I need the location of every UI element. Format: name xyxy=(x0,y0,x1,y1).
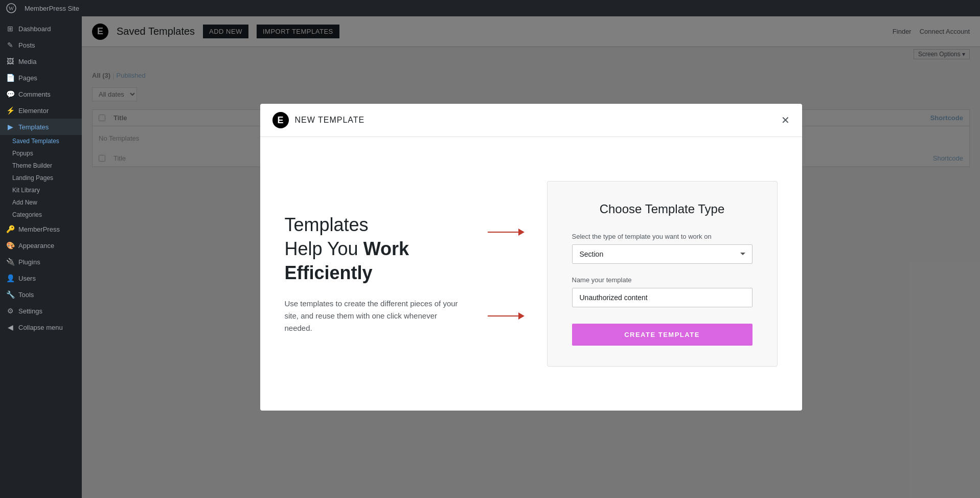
template-type-group: Select the type of template you want to … xyxy=(572,233,753,264)
sidebar-item-plugins[interactable]: 🔌 Plugins xyxy=(0,254,82,270)
modal-overlay: E NEW TEMPLATE ✕ TemplatesHelp You WorkE… xyxy=(82,16,980,498)
sidebar-item-users[interactable]: 👤 Users xyxy=(0,270,82,286)
template-name-input[interactable] xyxy=(572,288,753,307)
template-name-label: Name your template xyxy=(572,276,753,284)
elementor-icon: ⚡ xyxy=(6,106,14,115)
new-template-modal: E NEW TEMPLATE ✕ TemplatesHelp You WorkE… xyxy=(260,104,802,411)
sidebar-item-comments[interactable]: 💬 Comments xyxy=(0,86,82,102)
comments-icon: 💬 xyxy=(6,90,14,98)
collapse-icon: ◀ xyxy=(6,323,14,331)
dashboard-icon: ⊞ xyxy=(6,25,14,33)
sidebar-item-popups[interactable]: Popups xyxy=(0,147,82,160)
main-layout: ⊞ Dashboard ✎ Posts 🖼 Media 📄 Pages 💬 Co… xyxy=(0,16,980,498)
templates-icon: ▶ xyxy=(6,123,14,131)
modal-left: TemplatesHelp You WorkEfficiently Use te… xyxy=(285,213,465,334)
posts-icon: ✎ xyxy=(6,41,14,49)
sidebar-item-media[interactable]: 🖼 Media xyxy=(0,53,82,70)
template-type-label: Select the type of template you want to … xyxy=(572,233,753,240)
sidebar-item-elementor[interactable]: ⚡ Elementor xyxy=(0,102,82,119)
sidebar-item-posts[interactable]: ✎ Posts xyxy=(0,37,82,53)
arrows-wrapper xyxy=(488,229,525,320)
sidebar-item-categories[interactable]: Categories xyxy=(0,209,82,221)
modal-description: Use templates to create the different pi… xyxy=(285,298,465,334)
modal-headline: TemplatesHelp You WorkEfficiently xyxy=(285,213,465,285)
modal-right: Choose Template Type Select the type of … xyxy=(547,181,778,367)
sidebar-item-landing-pages[interactable]: Landing Pages xyxy=(0,172,82,184)
modal-close-button[interactable]: ✕ xyxy=(781,115,790,125)
modal-body: TemplatesHelp You WorkEfficiently Use te… xyxy=(260,137,802,411)
sidebar-item-dashboard[interactable]: ⊞ Dashboard xyxy=(0,20,82,37)
site-name[interactable]: MemberPress Site xyxy=(25,5,79,12)
modal-logo: E xyxy=(272,112,289,128)
tools-icon: 🔧 xyxy=(6,290,14,299)
arrow-to-select xyxy=(488,229,525,236)
appearance-icon: 🎨 xyxy=(6,241,14,250)
sidebar-item-theme-builder[interactable]: Theme Builder xyxy=(0,160,82,172)
admin-bar: W MemberPress Site xyxy=(0,0,980,16)
sidebar-item-collapse[interactable]: ◀ Collapse menu xyxy=(0,319,82,335)
sidebar-item-tools[interactable]: 🔧 Tools xyxy=(0,286,82,303)
arrows-container xyxy=(486,229,527,320)
sidebar: ⊞ Dashboard ✎ Posts 🖼 Media 📄 Pages 💬 Co… xyxy=(0,16,82,498)
svg-text:W: W xyxy=(9,5,14,11)
sidebar-item-appearance[interactable]: 🎨 Appearance xyxy=(0,237,82,254)
content-area: E Saved Templates ADD NEW IMPORT TEMPLAT… xyxy=(82,16,980,498)
choose-template-title: Choose Template Type xyxy=(572,202,753,216)
modal-title: NEW TEMPLATE xyxy=(295,116,365,125)
settings-icon: ⚙ xyxy=(6,307,14,315)
sidebar-item-pages[interactable]: 📄 Pages xyxy=(0,70,82,86)
template-type-select[interactable]: Page Section Widget Popup Header Footer … xyxy=(572,244,753,264)
users-icon: 👤 xyxy=(6,274,14,282)
media-icon: 🖼 xyxy=(6,57,14,65)
modal-header: E NEW TEMPLATE ✕ xyxy=(260,104,802,137)
sidebar-item-memberpress[interactable]: 🔑 MemberPress xyxy=(0,221,82,237)
pages-icon: 📄 xyxy=(6,74,14,82)
arrow-to-create xyxy=(488,312,525,320)
plugins-icon: 🔌 xyxy=(6,258,14,266)
create-template-button[interactable]: CREATE TEMPLATE xyxy=(572,324,753,346)
sidebar-item-saved-templates[interactable]: Saved Templates xyxy=(0,135,82,147)
sidebar-item-templates[interactable]: ▶ Templates xyxy=(0,119,82,135)
sidebar-item-kit-library[interactable]: Kit Library xyxy=(0,184,82,196)
sidebar-item-add-new[interactable]: Add New xyxy=(0,196,82,209)
memberpress-icon: 🔑 xyxy=(6,225,14,233)
sidebar-item-settings[interactable]: ⚙ Settings xyxy=(0,303,82,319)
template-name-group: Name your template xyxy=(572,276,753,307)
wordpress-logo: W xyxy=(6,3,16,13)
